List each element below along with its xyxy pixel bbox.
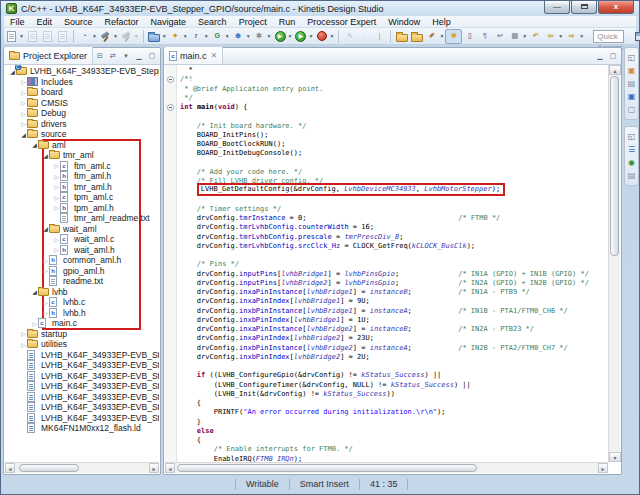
terminate-button[interactable]: ▼ xyxy=(314,29,335,44)
menu-processor-expert[interactable]: Processor Expert xyxy=(301,16,382,28)
menu-search[interactable]: Search xyxy=(192,16,233,28)
minimized-view-2-icon[interactable]: ▤ xyxy=(626,78,637,89)
tree-item-main-c[interactable]: ▷cmain.c xyxy=(31,318,77,329)
dropdown-arrow-icon[interactable]: ▼ xyxy=(522,33,527,39)
tree-item-lvhb-k64f-34933ep-evb-stepper-gpio[interactable]: LVHB_K64F_34933EP-EVB_Stepper_GPIO xyxy=(20,413,159,424)
dropdown-arrow-icon[interactable]: ▼ xyxy=(558,33,563,39)
twistie-closed-icon[interactable]: ▷ xyxy=(53,183,60,190)
twistie-closed-icon[interactable]: ▷ xyxy=(20,330,27,337)
menu-edit[interactable]: Edit xyxy=(31,16,59,28)
tree-item-wait-aml-c[interactable]: ▷cwait_aml.c xyxy=(53,234,114,245)
dropdown-arrow-icon[interactable]: ▼ xyxy=(225,33,230,39)
twistie-open-icon[interactable]: ◢ xyxy=(20,131,27,138)
twistie-closed-icon[interactable]: ▷ xyxy=(20,99,27,106)
tree-item-wait-aml[interactable]: ◢wait_aml xyxy=(42,224,97,235)
open-element-button[interactable] xyxy=(394,29,409,44)
tree-item-lvhb-k64f-34933ep-evb-stepper-gpio[interactable]: ◢CLVHB_K64F_34933EP-EVB_Stepper_GPIO xyxy=(9,66,159,77)
dropdown-arrow-icon[interactable]: ▼ xyxy=(439,33,444,39)
tree-item-gpio-aml-h[interactable]: ▷hgpio_aml.h xyxy=(42,266,105,277)
collapse-all-icon[interactable]: ⊟ xyxy=(95,51,105,61)
tree-item-tmr-aml-readme-txt[interactable]: tmr_aml_readme.txt xyxy=(53,213,150,224)
minimize-icon[interactable]: ▁ xyxy=(134,51,144,61)
editor-tab-main-c[interactable]: c main.c ✕ xyxy=(164,47,223,64)
restore-views-icon[interactable]: ◱ xyxy=(626,52,637,63)
editor-hscrollbar[interactable]: ◂ ▸ xyxy=(165,462,608,473)
twistie-open-icon[interactable]: ◢ xyxy=(42,152,49,159)
dropdown-arrow-icon[interactable]: ▼ xyxy=(183,33,188,39)
tree-item-tpm-aml-h[interactable]: ▷htpm_aml.h xyxy=(53,203,114,214)
annotations-button[interactable]: ▤▼ xyxy=(507,29,528,44)
debug-history-button[interactable]: ◔▼ xyxy=(77,29,98,44)
twistie-closed-icon[interactable]: ▷ xyxy=(53,173,60,180)
flash-from-file-button[interactable]: ✦▼ xyxy=(168,29,189,44)
twistie-closed-icon[interactable]: ▷ xyxy=(31,320,38,327)
tree-item-lvhb-h[interactable]: ▷hlvhb.h xyxy=(42,308,86,319)
close-window-button[interactable]: x xyxy=(598,1,634,14)
tree-item-drivers[interactable]: ▷drivers xyxy=(20,119,67,130)
menu-navigate[interactable]: Navigate xyxy=(145,16,193,28)
forward-button[interactable]: ⇨▼ xyxy=(564,29,585,44)
toggle-mark-occurrences-button[interactable]: ❋ xyxy=(445,29,462,44)
twistie-closed-icon[interactable]: ▷ xyxy=(53,246,60,253)
minimized-view-7-icon[interactable]: ▤ xyxy=(626,170,637,181)
tree-item-common-aml-h[interactable]: ▷hcommon_aml.h xyxy=(42,255,121,266)
scroll-thumb[interactable] xyxy=(177,464,477,472)
tree-item-startup[interactable]: ▷startup xyxy=(20,329,67,340)
tree-item-ftm-aml-h[interactable]: ▷hftm_aml.h xyxy=(53,171,111,182)
close-tab-icon[interactable]: ✕ xyxy=(211,51,218,60)
maximize-window-button[interactable] xyxy=(571,1,597,14)
twistie-open-icon[interactable]: ◢ xyxy=(31,141,38,148)
scroll-left-icon[interactable]: ◂ xyxy=(5,463,15,473)
scroll-right-icon[interactable]: ▸ xyxy=(598,463,608,473)
project-tree[interactable]: ◢CLVHB_K64F_34933EP-EVB_Stepper_GPIO▷Inc… xyxy=(5,65,159,462)
twistie-closed-icon[interactable]: ▷ xyxy=(42,267,49,274)
open-resource-button[interactable] xyxy=(409,29,424,44)
maximize-icon[interactable]: ▢ xyxy=(147,51,157,61)
word-wrap-button[interactable]: ↩ xyxy=(492,29,507,44)
tree-item-debug[interactable]: ▷Debug xyxy=(20,108,66,119)
dropdown-arrow-icon[interactable]: ▼ xyxy=(134,33,139,39)
quick-access-input[interactable]: Quick Access xyxy=(593,30,624,43)
menu-project[interactable]: Project xyxy=(233,16,273,28)
twistie-closed-icon[interactable]: ▷ xyxy=(20,110,27,117)
twistie-open-icon[interactable]: ◢ xyxy=(42,225,49,232)
scroll-thumb[interactable] xyxy=(19,464,79,472)
ocd-button[interactable]: G▼ xyxy=(210,29,231,44)
tree-item-aml[interactable]: ◢aml xyxy=(31,140,66,151)
scroll-down-icon[interactable]: ▾ xyxy=(609,452,621,462)
view-menu-icon[interactable]: ▾ xyxy=(121,51,131,61)
tree-item-lvhb-k64f-34933ep-evb-stepper-gpio[interactable]: LVHB_K64F_34933EP-EVB_Stepper_GPIO xyxy=(20,381,159,392)
tree-item-wait-aml-h[interactable]: ▷hwait_aml.h xyxy=(53,245,115,256)
tree-item-utilities[interactable]: ▷utilities xyxy=(20,339,67,350)
twistie-closed-icon[interactable]: ▷ xyxy=(42,257,49,264)
dropdown-arrow-icon[interactable]: ▼ xyxy=(308,33,313,39)
fold-collapse-icon[interactable] xyxy=(167,104,174,111)
fold-collapse-icon[interactable] xyxy=(167,76,174,83)
scroll-left-icon[interactable]: ◂ xyxy=(165,463,175,473)
dropdown-arrow-icon[interactable]: ▼ xyxy=(204,33,209,39)
last-edit-location-button[interactable]: ↶ xyxy=(528,29,543,44)
dropdown-arrow-icon[interactable]: ▼ xyxy=(579,33,584,39)
minimized-view-5-icon[interactable]: ☰ xyxy=(626,144,637,155)
minimized-view-3-icon[interactable]: ▣ xyxy=(626,91,637,102)
code-area[interactable]: */*! * @brief Application entry point. *… xyxy=(180,66,608,462)
tree-item-readme-txt[interactable]: readme.txt xyxy=(42,276,103,287)
web-browser-button[interactable]: ⊕▼ xyxy=(231,29,252,44)
dropdown-arrow-icon[interactable]: ▼ xyxy=(329,33,334,39)
scroll-up-icon[interactable]: ▴ xyxy=(609,65,621,75)
twistie-closed-icon[interactable]: ▷ xyxy=(53,204,60,211)
open-perspective-button[interactable] xyxy=(634,30,640,43)
minimize-editor-icon[interactable]: ▁ xyxy=(595,51,605,61)
dropdown-arrow-icon[interactable]: ▼ xyxy=(92,33,97,39)
back-button[interactable]: ⇦▼ xyxy=(543,29,564,44)
tree-item-lvhb-k64f-34933ep-evb-stepper-gpio[interactable]: LVHB_K64F_34933EP-EVB_Stepper_GPIO xyxy=(20,371,159,382)
tree-item-board[interactable]: ▷board xyxy=(20,87,63,98)
debug-button[interactable]: ▶▼ xyxy=(273,29,294,44)
menu-refactor[interactable]: Refactor xyxy=(99,16,145,28)
tree-item-tmr-aml[interactable]: ◢tmr_aml xyxy=(42,150,94,161)
run-button[interactable]: ▶▼ xyxy=(293,29,314,44)
dropdown-arrow-icon[interactable]: ▼ xyxy=(113,33,118,39)
explorer-hscrollbar[interactable]: ◂ ▸ xyxy=(5,462,159,473)
tree-item-ftm-aml-c[interactable]: ▷cftm_aml.c xyxy=(53,161,111,172)
twistie-closed-icon[interactable]: ▷ xyxy=(20,120,27,127)
